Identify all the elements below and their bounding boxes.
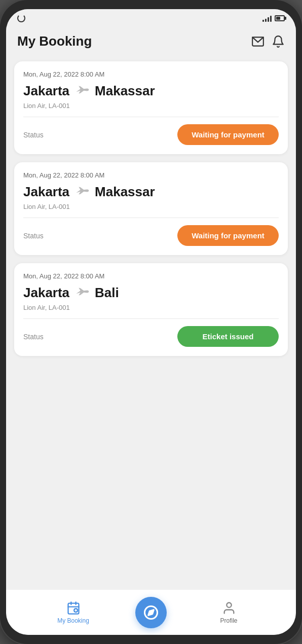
header-icons: [251, 35, 285, 48]
status-label: Status: [23, 333, 44, 341]
status-label: Status: [23, 131, 44, 139]
bookings-list: Mon, Aug 22, 2022 8:00 AM Jakarta Makass…: [6, 57, 296, 589]
bottom-navigation: My Booking Profile: [6, 589, 296, 635]
svg-marker-9: [148, 610, 154, 615]
signal-bar-3: [268, 17, 269, 22]
signal-bar-1: [262, 20, 264, 22]
phone-shell: My Booking Mon, Aug 22, 2022 8:00 AM Ja: [0, 0, 302, 644]
status-row: Status Waiting for payment: [23, 124, 279, 145]
booking-date: Mon, Aug 22, 2022 8:00 AM: [23, 70, 279, 78]
profile-nav-icon: [222, 601, 236, 615]
status-button[interactable]: Waiting for payment: [177, 225, 279, 246]
booking-nav-icon: [66, 601, 81, 615]
airline-info: Lion Air, LA-001: [23, 102, 279, 110]
destination-city: Makassar: [95, 184, 155, 200]
card-divider: [23, 218, 279, 218]
flight-icon: [74, 186, 90, 198]
battery-icon: [275, 15, 285, 21]
nav-item-booking[interactable]: My Booking: [11, 601, 135, 624]
signal-icon: [262, 15, 272, 22]
status-button[interactable]: Eticket issued: [177, 326, 279, 347]
booking-card[interactable]: Mon, Aug 22, 2022 8:00 AM Jakarta Makass…: [14, 61, 288, 154]
booking-nav-label: My Booking: [57, 617, 89, 624]
booking-date: Mon, Aug 22, 2022 8:00 AM: [23, 171, 279, 179]
bell-icon[interactable]: [272, 35, 285, 48]
card-divider: [23, 318, 279, 319]
status-row: Status Waiting for payment: [23, 225, 279, 246]
page-header: My Booking: [6, 27, 296, 57]
booking-card[interactable]: Mon, Aug 22, 2022 8:00 AM Jakarta Makass…: [14, 162, 288, 255]
loading-spinner-icon: [17, 14, 25, 22]
compass-icon: [143, 605, 159, 620]
booking-route: Jakarta Bali: [23, 285, 279, 301]
origin-city: Jakarta: [23, 184, 69, 200]
nav-center-button[interactable]: [135, 597, 167, 628]
svg-point-10: [226, 602, 231, 607]
origin-city: Jakarta: [23, 285, 69, 301]
destination-city: Bali: [95, 285, 119, 301]
airplane-icon: [74, 85, 90, 95]
airline-info: Lion Air, LA-001: [23, 304, 279, 311]
signal-bar-4: [270, 16, 272, 22]
booking-route: Jakarta Makassar: [23, 184, 279, 200]
status-bar: [6, 9, 296, 27]
status-bar-right: [262, 15, 285, 22]
flight-icon: [74, 85, 90, 97]
nav-item-profile[interactable]: Profile: [167, 601, 291, 624]
phone-screen: My Booking Mon, Aug 22, 2022 8:00 AM Ja: [6, 9, 296, 635]
flight-icon: [74, 287, 90, 299]
airplane-icon: [74, 186, 90, 196]
profile-nav-label: Profile: [220, 617, 237, 624]
page-title: My Booking: [17, 33, 92, 49]
status-bar-left: [17, 14, 25, 22]
origin-city: Jakarta: [23, 83, 69, 99]
destination-city: Makassar: [95, 83, 155, 99]
booking-card[interactable]: Mon, Aug 22, 2022 8:00 AM Jakarta Bali L…: [14, 263, 288, 356]
card-divider: [23, 117, 279, 117]
booking-route: Jakarta Makassar: [23, 83, 279, 99]
status-row: Status Eticket issued: [23, 326, 279, 347]
airline-info: Lion Air, LA-001: [23, 203, 279, 210]
status-label: Status: [23, 232, 44, 240]
airplane-icon: [74, 287, 90, 297]
battery-fill: [276, 17, 280, 20]
status-button[interactable]: Waiting for payment: [177, 124, 279, 145]
signal-bar-2: [265, 19, 267, 22]
email-icon[interactable]: [251, 35, 265, 48]
booking-date: Mon, Aug 22, 2022 8:00 AM: [23, 272, 279, 280]
